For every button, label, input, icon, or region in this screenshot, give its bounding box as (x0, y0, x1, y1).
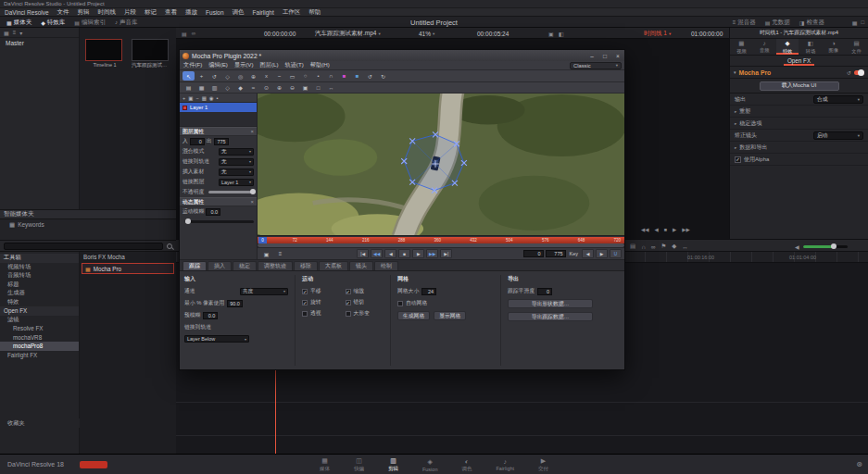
inspector-tab[interactable]: ▦视频 (730, 39, 753, 55)
mocha-tool-icon[interactable]: ◇ (221, 71, 233, 81)
module-tab[interactable]: 绘制 (374, 261, 398, 270)
transport-icon[interactable]: ◀◀ (641, 227, 648, 232)
effects-category[interactable]: mochaPro8 (0, 342, 79, 351)
transport-icon[interactable]: ▶ (673, 227, 676, 232)
mocha-tool-icon[interactable]: ▭ (286, 71, 298, 81)
inspector-row[interactable]: ▸ 数据和导出 (730, 142, 868, 154)
menu-item[interactable]: DaVinci Resolve (5, 9, 49, 16)
smart-bins-header[interactable]: 智能媒体夹 (0, 209, 176, 219)
menu-item[interactable]: Fusion (206, 9, 224, 16)
close-icon[interactable]: × (251, 129, 254, 134)
mocha-titlebar[interactable]: Mocha Pro Plugin 2022 * – □ × (180, 50, 624, 61)
mocha-view-icon[interactable]: □ (312, 83, 324, 93)
layer-color-swatch[interactable] (182, 106, 187, 110)
maximize-icon[interactable]: □ (598, 50, 611, 61)
module-tab[interactable]: 调整轨迹 (258, 261, 293, 270)
subtab-openfx[interactable]: Open FX (784, 57, 814, 64)
effects-category[interactable]: 滤镜 (0, 316, 79, 325)
min-pixels-field[interactable]: 90.0 (227, 300, 243, 307)
inspector-row[interactable]: ▸ 矫正镜头 启动 (730, 130, 868, 142)
transport-button[interactable]: |◀ (357, 249, 369, 258)
transport-button[interactable]: ▶ (412, 249, 424, 258)
value-dropdown[interactable]: 合成 (813, 95, 863, 104)
bin-master[interactable]: Master (0, 38, 79, 48)
mocha-view-icon[interactable]: ↔ (325, 83, 337, 93)
panel-toggle-button[interactable]: ◆特效库 (36, 17, 69, 28)
media-pool-view-icon[interactable]: ▦ (4, 30, 9, 36)
mocha-view-icon[interactable]: ◆ (234, 83, 246, 93)
mocha-tool-icon[interactable]: ■ (351, 71, 363, 81)
transport-button[interactable]: ■ (398, 249, 410, 258)
motion-checkbox[interactable]: 缩放 (346, 287, 384, 295)
layer-row-layer1[interactable]: Layer 1 (180, 103, 257, 112)
value-dropdown[interactable]: 启动 (813, 131, 863, 140)
transport-utility-icon[interactable]: ≡ (274, 249, 286, 258)
out-point-field[interactable]: 775 (546, 250, 566, 257)
source-zoom-dropdown[interactable]: 41% ▾ (419, 28, 434, 39)
motion-blur-field[interactable]: 0.0 (206, 208, 220, 216)
inspector-tab[interactable]: ▤文件 (845, 39, 868, 55)
effects-category[interactable]: mochaVR8 (0, 333, 79, 343)
mocha-view-icon[interactable]: ⊙ (260, 83, 272, 93)
in-frame-field[interactable]: 0 (190, 138, 205, 145)
mocha-tool-icon[interactable]: + (195, 71, 208, 81)
source-clip-dropdown[interactable]: 汽车跟踪测试素材.mp4 ▾ (315, 28, 381, 39)
mesh-size-field[interactable]: 24 (421, 288, 436, 295)
menu-item[interactable]: 文件 (57, 8, 69, 17)
effects-category[interactable]: Resolve FX (0, 324, 79, 333)
panel-toggle-button[interactable]: ▤编辑索引 (69, 17, 110, 28)
effects-category[interactable]: Open FX (0, 306, 79, 316)
mocha-view-icon[interactable]: ▥ (208, 83, 220, 93)
mocha-tool-icon[interactable]: ◎ (234, 71, 246, 81)
transport-button[interactable]: ▶▶ (426, 249, 438, 258)
mocha-tool-icon[interactable]: ↺ (364, 71, 376, 81)
layer-tool-icon[interactable]: + (182, 95, 185, 101)
panel-toggle-button[interactable]: ♪声音库 (110, 17, 143, 28)
minimize-icon[interactable]: – (585, 50, 598, 61)
page-tab[interactable]: ▶交付 (538, 457, 548, 472)
layer-list-empty[interactable] (180, 112, 257, 127)
launch-mocha-ui-button[interactable]: 载入Mocha UI (760, 81, 839, 91)
transport-button[interactable]: ◀◀ (371, 249, 383, 258)
menu-item[interactable]: 时间线 (98, 8, 117, 17)
inspector-row[interactable]: ▸ 重塑 (730, 106, 868, 118)
mocha-menu-item[interactable]: 文件(F) (183, 61, 202, 69)
out-frame-field[interactable]: 775 (214, 138, 229, 145)
module-tab[interactable]: 稳定 (233, 261, 257, 270)
mesh-button[interactable]: 生成网格 (397, 311, 430, 320)
layout-dropdown[interactable]: Classic ▾ (570, 62, 622, 69)
page-tab[interactable]: ◫快编 (354, 457, 364, 472)
layer-tool-icon[interactable]: ▪ (217, 95, 219, 101)
menu-item[interactable]: 调色 (233, 8, 245, 17)
reset-icon[interactable]: ↺ (847, 69, 851, 76)
uberkey-button[interactable]: U (610, 249, 622, 258)
transport-button[interactable]: ◀ (384, 249, 396, 258)
mocha-tool-icon[interactable]: ↻ (377, 71, 389, 81)
viewer-icon[interactable]: ∞ (192, 31, 195, 36)
timeline-tool-icon[interactable]: ▤ (630, 243, 635, 250)
link-to-track-dropdown[interactable]: Layer Below (184, 335, 249, 343)
mocha-tool-icon[interactable]: ~ (273, 71, 285, 81)
inspector-tab[interactable]: ◧转场 (799, 39, 822, 55)
mocha-menu-item[interactable]: 编辑(E) (208, 61, 228, 69)
motion-checkbox[interactable]: 旋转 (302, 298, 341, 306)
mocha-tool-icon[interactable]: ■ (338, 71, 350, 81)
mocha-view-icon[interactable]: ▦ (195, 83, 208, 93)
mocha-tool-icon[interactable]: • (312, 71, 324, 81)
preblur-field[interactable]: 0.0 (203, 312, 218, 319)
menu-item[interactable]: 查看 (165, 8, 177, 17)
panel-toggle-button[interactable]: ◨检查器 (795, 17, 829, 28)
layer-tool-icon[interactable]: − (195, 95, 198, 101)
panel-toggle-button[interactable]: ▤元数据 (761, 17, 795, 28)
motion-checkbox[interactable]: 透视 (302, 309, 341, 318)
motion-checkbox[interactable]: 大形变 (346, 309, 384, 318)
effects-category[interactable]: 生成器 (0, 289, 79, 298)
menu-item[interactable]: 工作区 (283, 8, 301, 17)
inspector-tab[interactable]: ♪音频 (753, 39, 776, 55)
layer-tool-icon[interactable]: ▦ (202, 95, 207, 101)
effects-category[interactable]: 标题 (0, 281, 79, 290)
current-frame-marker[interactable]: 0 (258, 237, 267, 243)
transport-utility-icon[interactable]: ▣ (260, 249, 272, 258)
timeline-tool-icon[interactable]: ∞ (651, 243, 656, 250)
mocha-frame-ruler[interactable]: 072144216288360432504576648720 0 (258, 235, 624, 247)
